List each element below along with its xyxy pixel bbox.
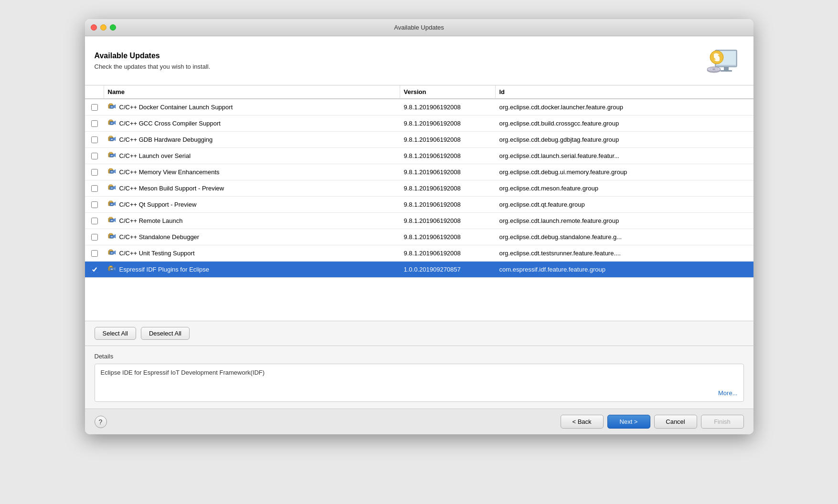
svg-rect-12 <box>111 106 113 107</box>
svg-rect-44 <box>111 236 113 237</box>
row-id: org.eclipse.cdt.debug.ui.memory.feature.… <box>496 166 753 178</box>
row-version: 9.8.1.201906192008 <box>400 182 496 195</box>
svg-point-7 <box>712 68 715 70</box>
row-checkbox[interactable] <box>91 266 98 273</box>
close-button[interactable] <box>91 24 97 31</box>
next-button[interactable]: Next > <box>607 415 650 429</box>
title-bar: Available Updates <box>85 19 753 36</box>
row-name-text: C/C++ Standalone Debugger <box>119 233 200 241</box>
svg-rect-22 <box>109 152 112 154</box>
svg-rect-20 <box>111 139 113 140</box>
header-icon-area <box>701 44 744 77</box>
row-version: 9.8.1.201906192008 <box>400 231 496 243</box>
table-row[interactable]: C/C++ Qt Support - Preview9.8.1.20190619… <box>85 197 753 213</box>
svg-rect-40 <box>111 220 113 221</box>
plugin-icon <box>108 216 117 226</box>
table-row[interactable]: C/C++ Launch over Serial9.8.1.2019061920… <box>85 148 753 164</box>
plugin-icon <box>108 264 117 274</box>
row-name-text: C/C++ Unit Testing Support <box>119 250 195 257</box>
plugin-icon <box>108 200 117 210</box>
svg-rect-18 <box>109 136 112 137</box>
svg-rect-14 <box>109 120 112 121</box>
row-checkbox[interactable] <box>91 153 98 159</box>
row-name-cell: C/C++ Launch over Serial <box>104 148 400 164</box>
row-version: 9.8.1.201906192008 <box>400 198 496 211</box>
updates-table: Name Version Id C/C++ Docker Container L… <box>85 85 753 321</box>
table-row[interactable]: C/C++ Memory View Enhancements9.8.1.2019… <box>85 164 753 180</box>
header-text: Available Updates Check the updates that… <box>95 52 211 70</box>
row-checkbox[interactable] <box>91 169 98 176</box>
row-id: org.eclipse.cdt.meson.feature.group <box>496 182 753 195</box>
row-checkbox[interactable] <box>91 120 98 127</box>
row-checkbox[interactable] <box>91 218 98 224</box>
row-version: 9.8.1.201906192008 <box>400 101 496 114</box>
row-name-cell: C/C++ Meson Build Support - Preview <box>104 180 400 196</box>
table-row[interactable]: C/C++ Docker Container Launch Support9.8… <box>85 99 753 116</box>
plugin-icon <box>108 183 117 193</box>
details-title: Details <box>95 353 744 360</box>
table-row[interactable]: C/C++ Meson Build Support - Preview9.8.1… <box>85 180 753 197</box>
more-link[interactable]: More... <box>718 389 737 397</box>
row-checkbox[interactable] <box>91 250 98 257</box>
row-name-cell: Espressif IDF Plugins for Eclipse <box>104 262 400 277</box>
table-row[interactable]: C/C++ GDB Hardware Debugging9.8.1.201906… <box>85 132 753 148</box>
table-row[interactable]: C/C++ Standalone Debugger9.8.1.201906192… <box>85 229 753 245</box>
deselect-all-button[interactable]: Deselect All <box>141 327 190 340</box>
row-checkbox[interactable] <box>91 104 98 111</box>
row-version: 9.8.1.201906192008 <box>400 214 496 227</box>
main-window: Available Updates Available Updates Chec… <box>85 19 753 434</box>
row-checkbox[interactable] <box>91 136 98 143</box>
row-checkbox-cell <box>85 263 104 276</box>
back-button[interactable]: < Back <box>561 415 604 429</box>
row-name-text: C/C++ Memory View Enhancements <box>119 168 220 176</box>
plugin-icon <box>108 102 117 112</box>
help-button[interactable]: ? <box>95 416 107 428</box>
row-checkbox-cell <box>85 166 104 178</box>
row-version: 9.8.1.201906192008 <box>400 166 496 178</box>
details-content: Eclipse IDE for Espressif IoT Developmen… <box>101 369 265 376</box>
svg-rect-36 <box>111 204 113 205</box>
row-name-text: Espressif IDF Plugins for Eclipse <box>119 266 210 273</box>
row-checkbox-cell <box>85 117 104 130</box>
row-name-cell: C/C++ Qt Support - Preview <box>104 197 400 212</box>
row-id: org.eclipse.cdt.launch.remote.feature.gr… <box>496 214 753 227</box>
row-name-cell: C/C++ Remote Launch <box>104 213 400 229</box>
svg-rect-16 <box>111 123 113 124</box>
row-name-text: C/C++ Qt Support - Preview <box>119 201 197 208</box>
minimize-button[interactable] <box>100 24 106 31</box>
row-version: 9.8.1.201906192008 <box>400 117 496 130</box>
row-name-cell: C/C++ Memory View Enhancements <box>104 164 400 180</box>
row-id: org.eclipse.cdt.launch.serial.feature.fe… <box>496 149 753 162</box>
plugin-icon <box>108 151 117 161</box>
table-row[interactable]: C/C++ GCC Cross Compiler Support9.8.1.20… <box>85 116 753 132</box>
maximize-button[interactable] <box>110 24 116 31</box>
svg-rect-10 <box>109 104 112 105</box>
cancel-button[interactable]: Cancel <box>654 415 697 429</box>
page-title: Available Updates <box>95 52 211 60</box>
table-row[interactable]: Espressif IDF Plugins for Eclipse1.0.0.2… <box>85 262 753 278</box>
page-subtitle: Check the updates that you wish to insta… <box>95 63 211 70</box>
row-id: org.eclipse.cdt.testsrunner.feature.feat… <box>496 247 753 260</box>
row-checkbox[interactable] <box>91 185 98 192</box>
row-name-cell: C/C++ Docker Container Launch Support <box>104 99 400 115</box>
row-checkbox[interactable] <box>91 234 98 241</box>
row-name-cell: C/C++ GDB Hardware Debugging <box>104 132 400 147</box>
row-checkbox[interactable] <box>91 201 98 208</box>
row-name-text: C/C++ Meson Build Support - Preview <box>119 185 224 192</box>
row-version: 9.8.1.201906192008 <box>400 247 496 260</box>
svg-rect-26 <box>109 168 112 170</box>
row-checkbox-cell <box>85 231 104 243</box>
row-name-cell: C/C++ Unit Testing Support <box>104 245 400 261</box>
plugin-icon <box>108 167 117 177</box>
table-body-wrapper: C/C++ Docker Container Launch Support9.8… <box>85 99 753 321</box>
select-all-button[interactable]: Select All <box>95 327 136 340</box>
row-version: 9.8.1.201906192008 <box>400 149 496 162</box>
row-checkbox-cell <box>85 150 104 162</box>
row-id: org.eclipse.cdt.debug.standalone.feature… <box>496 231 753 243</box>
table-row[interactable]: C/C++ Unit Testing Support9.8.1.20190619… <box>85 245 753 262</box>
row-checkbox-cell <box>85 101 104 114</box>
table-row[interactable]: C/C++ Remote Launch9.8.1.201906192008org… <box>85 213 753 229</box>
table-header: Name Version Id <box>85 85 753 99</box>
plugin-icon <box>108 135 117 145</box>
window-title: Available Updates <box>394 24 444 31</box>
